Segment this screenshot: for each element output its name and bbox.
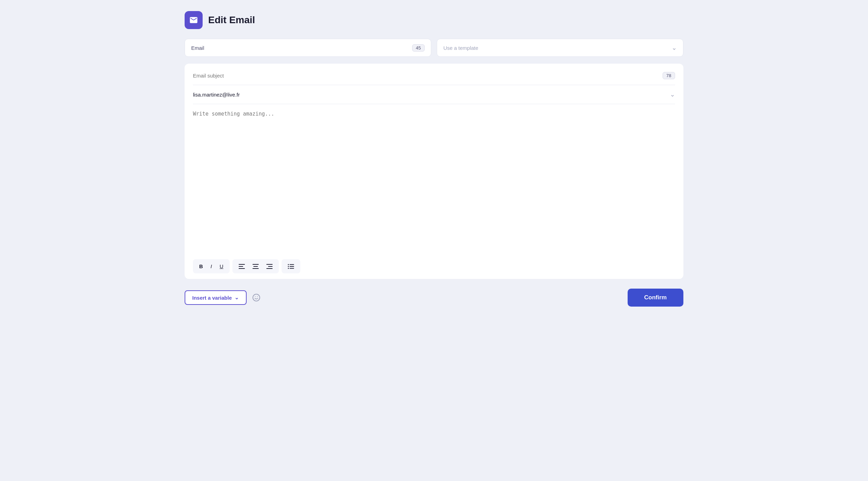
- page-header: Edit Email: [185, 11, 683, 29]
- left-bottom: Insert a variable ⌄: [185, 290, 262, 305]
- recipient-chevron-icon[interactable]: ⌄: [670, 91, 675, 98]
- italic-button[interactable]: I: [207, 261, 215, 271]
- bottom-bar: Insert a variable ⌄ Confirm: [185, 289, 683, 307]
- svg-rect-2: [239, 268, 245, 269]
- list-group: [282, 259, 300, 273]
- template-placeholder: Use a template: [443, 45, 478, 51]
- align-right-icon: [266, 264, 273, 269]
- svg-rect-7: [268, 266, 273, 267]
- email-label: Email: [191, 45, 204, 51]
- align-center-icon: [253, 264, 259, 269]
- svg-point-11: [288, 266, 289, 267]
- svg-rect-0: [239, 264, 245, 265]
- chevron-down-icon: ⌄: [672, 44, 677, 52]
- align-left-button[interactable]: [235, 261, 248, 271]
- svg-rect-5: [253, 268, 259, 269]
- chevron-down-icon: ⌄: [234, 294, 239, 301]
- emoji-button[interactable]: [251, 292, 262, 303]
- toolbar-row: B I U: [193, 254, 675, 273]
- email-input-wrapper: Email 45: [185, 39, 431, 57]
- align-left-icon: [239, 264, 245, 269]
- svg-rect-8: [266, 268, 273, 269]
- align-right-button[interactable]: [263, 261, 276, 271]
- recipient-email: lisa.martinez@live.fr: [193, 92, 240, 98]
- svg-point-9: [288, 264, 289, 265]
- svg-rect-6: [266, 264, 273, 265]
- top-row: Email 45 Use a template ⌄: [185, 39, 683, 57]
- insert-variable-label: Insert a variable: [192, 295, 232, 301]
- body-textarea[interactable]: [193, 110, 675, 248]
- svg-rect-14: [290, 268, 294, 269]
- svg-point-13: [288, 268, 289, 269]
- subject-input[interactable]: [193, 73, 663, 79]
- template-select[interactable]: Use a template ⌄: [437, 39, 683, 57]
- recipient-row: lisa.martinez@live.fr ⌄: [193, 91, 675, 104]
- bold-button[interactable]: B: [196, 261, 206, 271]
- email-icon-wrapper: [185, 11, 203, 29]
- editor-container: 78 lisa.martinez@live.fr ⌄ B I U: [185, 64, 683, 279]
- list-icon: [288, 264, 294, 269]
- subject-row: 78: [193, 72, 675, 85]
- svg-rect-1: [239, 266, 243, 267]
- svg-rect-10: [290, 264, 294, 265]
- svg-rect-4: [253, 266, 258, 267]
- svg-point-15: [253, 294, 260, 301]
- list-button[interactable]: [284, 261, 298, 271]
- insert-variable-button[interactable]: Insert a variable ⌄: [185, 290, 247, 305]
- format-group: B I U: [193, 259, 230, 273]
- page-container: Edit Email Email 45 Use a template ⌄ 78 …: [185, 11, 683, 307]
- emoji-icon: [252, 293, 260, 302]
- svg-rect-12: [290, 266, 294, 267]
- align-center-button[interactable]: [249, 261, 262, 271]
- subject-count-badge: 78: [663, 72, 675, 79]
- page-title: Edit Email: [208, 15, 255, 26]
- svg-rect-3: [253, 264, 259, 265]
- underline-button[interactable]: U: [216, 261, 227, 271]
- email-count-badge: 45: [412, 44, 425, 52]
- email-icon: [189, 16, 198, 25]
- alignment-group: [232, 259, 279, 273]
- confirm-button[interactable]: Confirm: [628, 289, 683, 307]
